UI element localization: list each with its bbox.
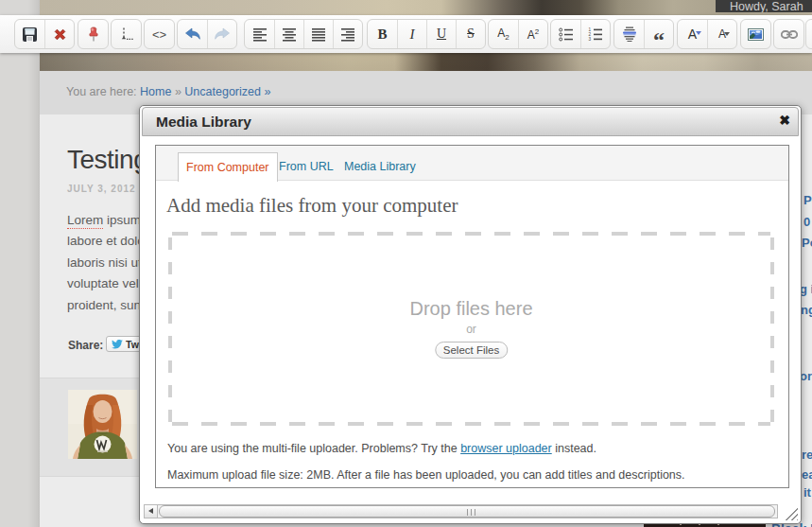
svg-text:3: 3 bbox=[589, 37, 592, 42]
